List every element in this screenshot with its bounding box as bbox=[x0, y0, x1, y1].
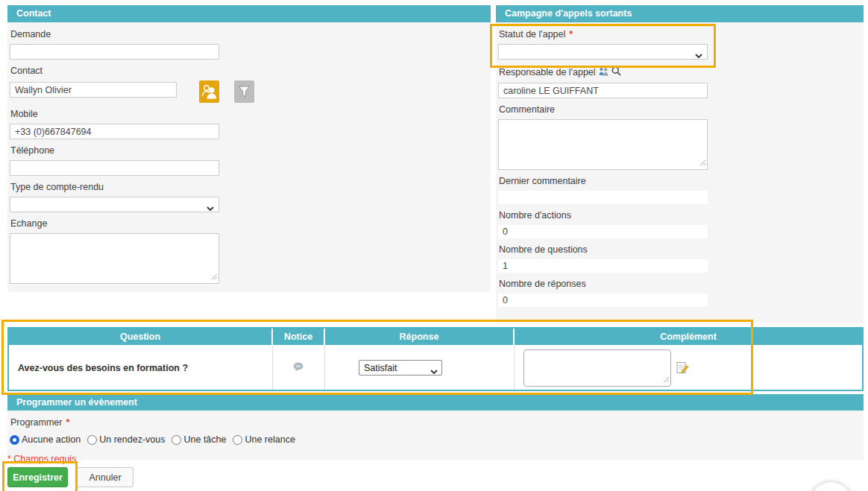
nombre-actions-label: Nombre d'actions bbox=[499, 211, 855, 221]
reponse-select[interactable]: Satisfait bbox=[359, 360, 442, 376]
resize-handle-icon[interactable] bbox=[662, 375, 670, 385]
telephone-field: Téléphone bbox=[10, 146, 482, 176]
header-notice: Notice bbox=[273, 329, 324, 345]
radio-un-rendez-vous[interactable]: Un rendez-vous bbox=[87, 434, 165, 445]
statut-label: Statut de l'appel bbox=[499, 30, 565, 39]
chevron-down-icon bbox=[207, 203, 214, 213]
table-row: Avez-vous des besoins en formation ? Sat… bbox=[9, 346, 862, 390]
nombre-questions-label: Nombre de questions bbox=[499, 245, 855, 255]
responsable-input[interactable] bbox=[498, 83, 708, 98]
complement-textarea[interactable] bbox=[523, 349, 671, 387]
radio-label: Une relance bbox=[245, 434, 295, 445]
commentaire-label: Commentaire bbox=[499, 105, 855, 115]
responsable-field: Responsable de l'appel bbox=[498, 66, 855, 98]
dernier-commentaire-value bbox=[498, 191, 708, 204]
header-reponse: Réponse bbox=[325, 329, 513, 345]
radio-label: Un rendez-vous bbox=[99, 434, 165, 445]
nombre-reponses-label: Nombre de réponses bbox=[499, 279, 855, 289]
campaign-panel-title: Campagne d'appels sortants bbox=[496, 5, 864, 22]
radio-icon[interactable] bbox=[172, 435, 181, 445]
radio-une-relance[interactable]: Une relance bbox=[233, 434, 295, 445]
nombre-reponses-field: Nombre de réponses 0 bbox=[498, 279, 855, 307]
contact-panel: Contact Demande Contact bbox=[7, 5, 491, 292]
required-fields-note: * Champs requis bbox=[7, 454, 76, 464]
header-complement: Complément bbox=[515, 329, 862, 345]
notice-cell bbox=[273, 346, 325, 390]
people-icon[interactable] bbox=[599, 67, 608, 78]
type-compte-rendu-label: Type de compte-rendu bbox=[10, 183, 482, 192]
radio-label: Aucune action bbox=[22, 434, 81, 445]
save-button[interactable]: Enregistrer bbox=[7, 467, 68, 487]
filter-icon[interactable] bbox=[234, 80, 254, 105]
demande-field: Demande bbox=[10, 30, 482, 60]
campaign-panel-body: Statut de l'appel* Responsable de l'appe… bbox=[496, 22, 864, 323]
contacts-icon[interactable] bbox=[199, 80, 219, 105]
statut-field: Statut de l'appel* bbox=[498, 30, 855, 60]
radio-label: Une tâche bbox=[183, 434, 226, 445]
mobile-label: Mobile bbox=[10, 110, 482, 119]
nombre-questions-value: 1 bbox=[498, 259, 708, 273]
reponse-value: Satisfait bbox=[364, 363, 397, 373]
type-compte-rendu-select[interactable] bbox=[10, 197, 219, 212]
programmer-options: Aucune action Un rendez-vous Une tâche U… bbox=[10, 434, 864, 445]
chevron-down-icon bbox=[695, 50, 702, 60]
reponse-cell: Satisfait bbox=[325, 346, 515, 390]
question-cell: Avez-vous des besoins en formation ? bbox=[9, 346, 273, 390]
resize-handle-icon[interactable] bbox=[210, 272, 218, 282]
nombre-questions-field: Nombre de questions 1 bbox=[498, 245, 855, 273]
statut-select[interactable] bbox=[498, 44, 708, 60]
contact-field: Contact bbox=[10, 66, 482, 103]
radio-icon[interactable] bbox=[233, 435, 242, 445]
question-table: Question Notice Réponse Complément Avez-… bbox=[7, 327, 864, 391]
event-panel-title: Programmer un évènement bbox=[7, 394, 864, 411]
complement-cell bbox=[515, 346, 862, 390]
contact-panel-body: Demande Contact bbox=[7, 22, 491, 292]
radio-aucune-action[interactable]: Aucune action bbox=[10, 434, 81, 445]
nombre-actions-value: 0 bbox=[498, 225, 708, 238]
resize-handle-icon[interactable] bbox=[699, 158, 706, 168]
search-icon[interactable] bbox=[611, 66, 621, 78]
contact-label: Contact bbox=[10, 66, 482, 76]
question-table-header: Question Notice Réponse Complément bbox=[9, 329, 862, 345]
contact-panel-title: Contact bbox=[7, 5, 491, 22]
responsable-label: Responsable de l'appel bbox=[499, 68, 596, 77]
programmer-label: Programmer bbox=[10, 418, 62, 428]
mobile-field: Mobile bbox=[10, 110, 482, 139]
header-question: Question bbox=[9, 329, 271, 345]
contact-input[interactable] bbox=[10, 82, 177, 98]
commentaire-textarea[interactable] bbox=[498, 119, 708, 170]
radio-icon[interactable] bbox=[87, 435, 97, 445]
statut-required-marker: * bbox=[569, 30, 573, 39]
dernier-commentaire-label: Dernier commentaire bbox=[499, 177, 855, 186]
cancel-button[interactable]: Annuler bbox=[77, 467, 133, 487]
telephone-label: Téléphone bbox=[10, 146, 482, 156]
event-panel: Programmer un évènement Programmer* Aucu… bbox=[7, 394, 864, 460]
nombre-reponses-value: 0 bbox=[498, 294, 708, 307]
campaign-panel: Campagne d'appels sortants Statut de l'a… bbox=[496, 5, 864, 323]
dernier-commentaire-field: Dernier commentaire bbox=[498, 177, 855, 204]
echange-label: Echange bbox=[10, 219, 482, 229]
edit-note-icon[interactable] bbox=[676, 361, 689, 375]
demande-label: Demande bbox=[10, 30, 482, 39]
event-panel-body: Programmer* Aucune action Un rendez-vous… bbox=[7, 411, 864, 460]
chevron-down-icon bbox=[430, 366, 438, 376]
demande-input[interactable] bbox=[10, 44, 219, 60]
comment-bubble-icon[interactable] bbox=[293, 362, 304, 374]
echange-field: Echange bbox=[10, 219, 482, 284]
echange-textarea[interactable] bbox=[10, 233, 219, 284]
radio-une-tache[interactable]: Une tâche bbox=[172, 434, 226, 445]
floating-action-button[interactable] bbox=[810, 481, 852, 491]
nombre-actions-field: Nombre d'actions 0 bbox=[498, 211, 855, 238]
mobile-input[interactable] bbox=[10, 124, 219, 139]
commentaire-field: Commentaire bbox=[498, 105, 855, 170]
type-compte-rendu-field: Type de compte-rendu bbox=[10, 183, 482, 212]
telephone-input[interactable] bbox=[10, 160, 219, 176]
programmer-required-marker: * bbox=[66, 418, 69, 428]
radio-selected-icon[interactable] bbox=[10, 435, 19, 445]
